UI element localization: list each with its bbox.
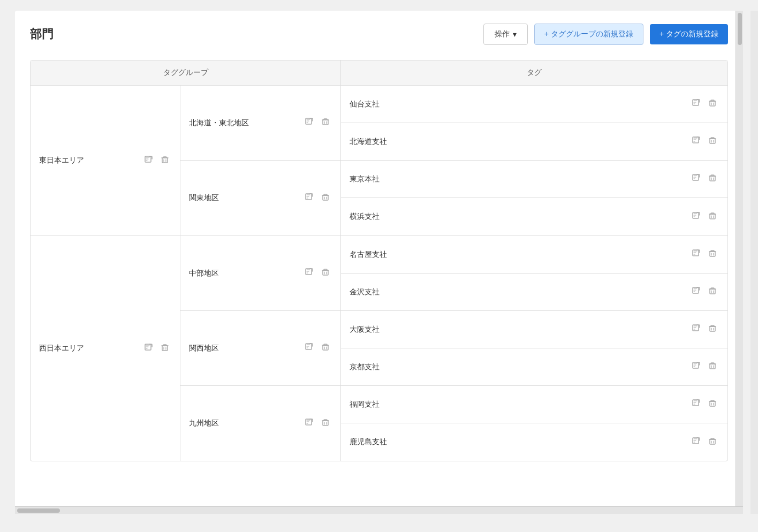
tag-section: 名古屋支社 金沢支社 大阪支社 京都支社 (341, 236, 727, 461)
delete-button[interactable] (706, 323, 719, 336)
edit-button[interactable] (690, 248, 703, 261)
svg-rect-7 (162, 346, 168, 351)
delete-button[interactable] (706, 361, 719, 373)
header-buttons: 操作 ▾ + タググループの新規登録 + タグの新規登録 (483, 24, 728, 45)
area-cell: 西日本エリア (31, 236, 180, 461)
edit-button[interactable] (690, 98, 703, 110)
tag-row: 京都支社 (341, 348, 727, 386)
action-icons (142, 155, 171, 167)
tag-name: 北海道支社 (350, 137, 387, 147)
action-icons (690, 398, 719, 411)
action-icons (690, 98, 719, 110)
edit-button[interactable] (690, 286, 703, 298)
scroll-thumb-horizontal[interactable] (17, 508, 60, 513)
tag-row: 仙台支社 (341, 86, 727, 123)
operations-button[interactable]: 操作 ▾ (483, 24, 528, 45)
page-title: 部門 (30, 26, 54, 42)
tag-row: 横浜支社 (341, 198, 727, 235)
edit-button[interactable] (142, 343, 155, 355)
delete-button[interactable] (319, 117, 332, 129)
delete-button[interactable] (158, 155, 171, 167)
left-column: 東日本エリア 北海道・東北地区 関東地区 西日本エリア (31, 86, 341, 461)
edit-button[interactable] (690, 323, 703, 336)
edit-button[interactable] (303, 117, 316, 129)
delete-button[interactable] (706, 248, 719, 261)
action-icons (690, 436, 719, 449)
edit-button[interactable] (303, 342, 316, 354)
edit-button[interactable] (142, 155, 155, 167)
table-body: 東日本エリア 北海道・東北地区 関東地区 西日本エリア (31, 86, 727, 461)
svg-rect-13 (323, 421, 328, 425)
delete-button[interactable] (319, 192, 332, 204)
action-icons (303, 267, 332, 279)
tag-row: 金沢支社 (341, 273, 727, 311)
delete-button[interactable] (706, 398, 719, 411)
action-icons (690, 323, 719, 336)
delete-button[interactable] (158, 343, 171, 355)
action-icons (303, 417, 332, 430)
tag-name: 名古屋支社 (350, 250, 387, 260)
delete-button[interactable] (319, 267, 332, 279)
area-row: 西日本エリア 中部地区 関西地区 九州地区 (31, 236, 340, 461)
tag-name: 仙台支社 (350, 100, 380, 109)
tag-name: 横浜支社 (350, 212, 380, 222)
subgroup-row: 関西地区 (180, 311, 340, 386)
col-header-group: タググループ (31, 60, 341, 85)
scroll-thumb-vertical[interactable] (738, 13, 742, 45)
tag-name: 大阪支社 (350, 325, 380, 335)
action-icons (303, 117, 332, 129)
add-group-button[interactable]: + タググループの新規登録 (534, 24, 643, 45)
chevron-down-icon: ▾ (513, 30, 517, 39)
edit-button[interactable] (690, 361, 703, 373)
delete-button[interactable] (706, 173, 719, 185)
action-icons (690, 211, 719, 223)
edit-button[interactable] (303, 267, 316, 279)
svg-rect-19 (710, 176, 715, 181)
delete-button[interactable] (706, 436, 719, 449)
delete-button[interactable] (319, 417, 332, 430)
edit-button[interactable] (690, 211, 703, 223)
tag-row: 鹿児島支社 (341, 423, 727, 461)
tag-row: 福岡支社 (341, 386, 727, 423)
tag-section: 仙台支社 北海道支社 東京本社 横浜支社 (341, 86, 727, 236)
delete-button[interactable] (706, 211, 719, 223)
tag-row: 名古屋支社 (341, 236, 727, 273)
edit-button[interactable] (690, 398, 703, 411)
action-icons (690, 135, 719, 148)
scrollbar-horizontal[interactable] (15, 506, 743, 514)
tag-name: 福岡支社 (350, 400, 380, 409)
svg-rect-21 (710, 214, 715, 219)
edit-button[interactable] (303, 192, 316, 204)
edit-button[interactable] (690, 436, 703, 449)
tag-name: 東京本社 (350, 174, 380, 184)
edit-button[interactable] (690, 135, 703, 148)
page-wrapper: 部門 操作 ▾ + タググループの新規登録 + タグの新規登録 タググループ タ… (0, 0, 758, 532)
edit-button[interactable] (303, 417, 316, 430)
delete-button[interactable] (706, 286, 719, 298)
svg-rect-5 (323, 195, 328, 200)
right-column: 仙台支社 北海道支社 東京本社 横浜支社 (341, 86, 727, 461)
delete-button[interactable] (706, 135, 719, 148)
svg-rect-25 (710, 289, 715, 294)
svg-rect-23 (710, 252, 715, 256)
delete-button[interactable] (706, 98, 719, 110)
subgroup-name: 九州地区 (189, 419, 219, 428)
tag-row: 東京本社 (341, 161, 727, 198)
delete-button[interactable] (319, 342, 332, 354)
subgroup-name: 関東地区 (189, 193, 219, 203)
subgroup-row: 中部地区 (180, 236, 340, 311)
area-name: 東日本エリア (39, 156, 84, 165)
tag-name: 京都支社 (350, 362, 380, 372)
area-cell: 東日本エリア (31, 86, 180, 235)
svg-rect-9 (323, 270, 328, 275)
svg-rect-11 (323, 345, 328, 350)
subgroup-row: 九州地区 (180, 386, 340, 461)
scrollbar-vertical[interactable] (736, 11, 743, 514)
subgroup-row: 北海道・東北地区 (180, 86, 340, 161)
header: 部門 操作 ▾ + タググループの新規登録 + タグの新規登録 (30, 24, 728, 45)
svg-rect-27 (710, 326, 715, 331)
add-tag-button[interactable]: + タグの新規登録 (650, 24, 728, 44)
area-name: 西日本エリア (39, 344, 84, 353)
edit-button[interactable] (690, 173, 703, 185)
subgroup-name: 北海道・東北地区 (189, 118, 249, 128)
